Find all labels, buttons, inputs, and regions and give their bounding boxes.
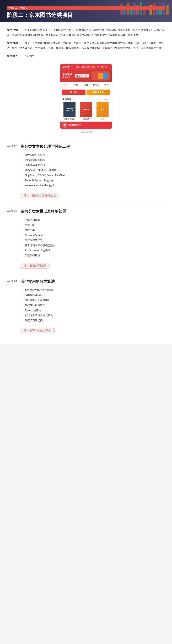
jd-book-3: 原则 原则: [95, 102, 110, 120]
goal-text: 这是一个文本领域的多分类问题，通过第一个项目，学员有机会牢固地掌握文本处理的核心…: [7, 42, 164, 50]
week-range-tag: Week 02—Week 04: [7, 6, 165, 10]
jd-book-text-1: GROWTH HACKER: [63, 107, 75, 112]
intro-label: 项目介绍: [7, 28, 18, 31]
jd-nav-more: ···: [108, 66, 110, 68]
jd-book-cover-2: 深度思考: [80, 102, 92, 117]
jd-mockup: 京东读书 精选 出版 男生 女生 VIP 新时代 ···: [60, 64, 112, 129]
header-banner: Week 02—Week 04 阶段二：京东图书分类项目: [0, 0, 172, 22]
list-item: ・Pytorch的使用: [21, 308, 165, 313]
jd-banner-subtitle: 品质好书: [62, 76, 72, 79]
jd-nav-item-ns: 男生: [86, 66, 90, 68]
week-04-practice-button[interactable]: 练习:基于CNN的文本分类: [21, 328, 55, 333]
list-item: ・梯度下降: [21, 223, 165, 228]
jd-book-title-1: 增长黑客实战: [64, 118, 75, 120]
list-item: ・Sentence Embedding技术: [21, 183, 165, 188]
week-04-body: ・非线性SVM以及对偶问题 ・核函数以及核技巧 ・神经网络以及深度学习 ・卷积神…: [7, 288, 165, 334]
jd-navigation: 京东读书 精选 出版 男生 女生 VIP 新时代 ···: [60, 64, 112, 70]
jd-tabs: 分类 特价 排行 阅读器 免费: [60, 82, 112, 88]
week-03-section: Week 03 图书分类建模以及模型部署 ・逻辑回归模型 ・梯度下降 ・线性SV…: [7, 204, 165, 274]
jd-book-cover-1: GROWTH HACKER: [63, 102, 75, 117]
list-item: ・停用词与词的过滤: [21, 163, 165, 168]
jd-nav-item-jx: 精选: [76, 66, 80, 68]
jd-promo-row: 赠1得1 组队免费读: [60, 88, 112, 96]
list-item: ・Part–of–Speech Tagging: [21, 178, 165, 183]
jd-tab-paihang[interactable]: 排行: [81, 82, 91, 88]
jd-nav-items: 精选 出版 男生 女生 VIP 新时代 ···: [76, 66, 110, 68]
jd-nav-item-xsd: 新时代: [101, 66, 107, 68]
image-caption: （实战案例图）: [60, 130, 112, 134]
list-item: ・独热编码，TF–IDF，词向量: [21, 168, 165, 173]
jd-promo-btn1: 赠1得1: [62, 90, 85, 95]
list-item: ・集成模型的思想: [21, 238, 165, 243]
week-03-header: Week 03 图书分类建模以及模型部署: [7, 209, 165, 214]
list-item: ・结巴分词原理剖析: [21, 158, 165, 163]
stage-title: 阶段二：京东图书分类项目: [7, 11, 165, 19]
jd-banner-title: 京东读书: [62, 73, 72, 76]
jd-nav-item-vip: VIP: [97, 66, 100, 68]
jd-tab-yueduqi[interactable]: 阅读器: [91, 82, 102, 88]
jd-promo-btn2: 组队免费读: [87, 90, 110, 95]
duration-label: 项目时长: [7, 54, 18, 58]
week-04-label: Week 04: [7, 279, 21, 282]
jd-section-header: 有声听荐 全部 >: [60, 96, 112, 102]
intro-text: 在京东商城零售场景中，有数以万计的图书，而且商家在上传商品过程中需要标记所属的类…: [7, 28, 164, 36]
jd-bottom-icon: 断: [62, 122, 68, 128]
jd-book-title-3: 原则: [101, 118, 104, 120]
week-02-practice-button[interactable]: 练习:计算短文本之间的相似度: [21, 193, 59, 198]
list-item: ・SkipGram, CBOW, Glove, FastText: [21, 173, 165, 178]
jd-book-cover-3: 原则: [97, 102, 109, 117]
jd-tab-tejia[interactable]: 特价: [71, 82, 81, 88]
jd-coupon-badge: 惠民20%OFF: [75, 74, 89, 78]
list-item: ・卷积神经网络模型: [21, 303, 165, 308]
jd-book-title-2: 深度思考: [83, 118, 89, 120]
list-item: ・深度学习的优势: [21, 318, 165, 323]
jd-book-1: GROWTH HACKER 增长黑客实战: [62, 102, 77, 120]
list-item: ・处理深度学习中的过拟合: [21, 313, 165, 318]
project-image-container: 京东读书 精选 出版 男生 女生 VIP 新时代 ···: [7, 64, 165, 134]
week-04-section: Week 04 其他常用的分类算法 ・非线性SVM以及对偶问题 ・核函数以及核技…: [7, 274, 165, 338]
project-intro-section: 项目介绍 ｜ 在京东商城零售场景中，有数以万计的图书，而且商家在上传商品过程中需…: [7, 28, 165, 37]
list-item: ・非线性SVM以及对偶问题: [21, 288, 165, 293]
week-02-bullet-list: ・最大匹配分词技术 ・结巴分词原理剖析 ・停用词与词的过滤 ・独热编码，TF–I…: [21, 152, 165, 188]
week-02-title: 多分类文本预处理与特征工程: [21, 144, 70, 149]
list-item: ・Bias and Variance: [21, 233, 165, 238]
page-container: Week 02—Week 04 阶段二：京东图书分类项目 项目介绍 ｜ 在京东商…: [0, 0, 172, 344]
week-03-label: Week 03: [7, 209, 21, 212]
list-item: ・逻辑回归模型: [21, 218, 165, 223]
week-03-practice-button[interactable]: 练习:项目的部署上线: [21, 263, 49, 268]
list-item: ・工程代码规范: [21, 253, 165, 258]
week-02-header: Week 02 多分类文本预处理与特征工程: [7, 144, 165, 149]
week-04-title: 其他常用的分类算法: [21, 279, 55, 284]
jd-bottom-banner: 断 更多精选好书: [60, 122, 112, 129]
week-03-body: ・逻辑回归模型 ・梯度下降 ・线性SVM ・Bias and Variance …: [7, 218, 165, 268]
week-02-body: ・最大匹配分词技术 ・结巴分词原理剖析 ・停用词与词的过滤 ・独热编码，TF–I…: [7, 152, 165, 198]
jd-bottom-text: 更多精选好书: [69, 124, 81, 127]
list-item: ・最大匹配分词技术: [21, 152, 165, 158]
week-03-bullet-list: ・逻辑回归模型 ・梯度下降 ・线性SVM ・Bias and Variance …: [21, 218, 165, 258]
jd-banner: 京东读书 品质好书 惠民20%OFF: [60, 70, 112, 82]
project-goal-section: 项目目标 ｜ 这是一个文本领域的多分类问题，通过第一个项目，学员有机会牢固地掌握…: [7, 41, 165, 50]
jd-tab-mianfei[interactable]: 免费: [101, 82, 112, 88]
jd-book-2: 深度思考 深度思考: [78, 102, 94, 120]
jd-tab-fenlei[interactable]: 分类: [60, 82, 71, 88]
jd-books-row: GROWTH HACKER 增长黑客实战 深度思考 深度思考: [60, 102, 112, 122]
content-area: 项目介绍 ｜ 在京东商城零售场景中，有数以万计的图书，而且商家在上传商品过程中需…: [0, 22, 172, 344]
jd-nav-item-cb: 出版: [81, 66, 85, 68]
list-item: ・神经网络以及深度学习: [21, 298, 165, 303]
list-item: ・核函数以及核技巧: [21, 292, 165, 298]
list-item: ・F1–Score, AUC的评估: [21, 248, 165, 253]
project-duration-section: 项目时长 ｜ 3个周时: [7, 54, 165, 59]
duration-text: 3个周时: [25, 54, 34, 58]
week-02-section: Week 02 多分类文本预处理与特征工程 ・最大匹配分词技术 ・结巴分词原理剖…: [7, 138, 165, 204]
jd-book-text-2: 深度思考: [82, 108, 90, 112]
jd-section-more: 全部 >: [104, 98, 110, 101]
jd-book-text-3: 原则: [100, 108, 105, 112]
week-03-title: 图书分类建模以及模型部署: [21, 209, 66, 214]
jd-nav-item-ns2: 女生: [91, 66, 95, 68]
jd-nav-title: 京东读书: [62, 65, 71, 68]
list-item: ・基于逻辑回归的多模型融合: [21, 243, 165, 248]
goal-label: 项目目标: [7, 42, 18, 44]
jd-section-title: 有声听荐: [62, 98, 71, 101]
week-04-header: Week 04 其他常用的分类算法: [7, 279, 165, 284]
jd-app-mockup: 京东读书 精选 出版 男生 女生 VIP 新时代 ···: [60, 64, 112, 129]
